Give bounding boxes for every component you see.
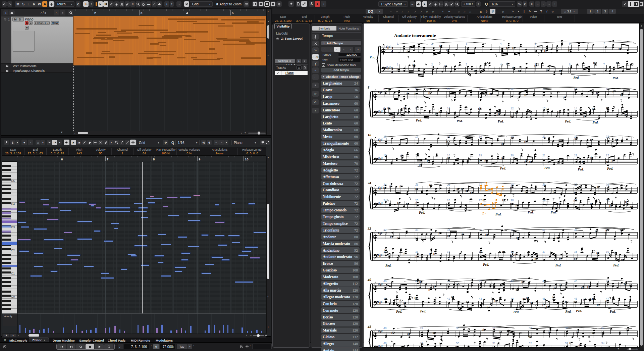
svg-text:38: 38 [574,228,578,232]
svg-text:19: 19 [479,154,482,157]
svg-text:♯: ♯ [487,306,488,309]
svg-text:3: 3 [466,42,467,45]
svg-text:2: 2 [431,63,433,66]
svg-text:♯: ♯ [587,285,589,288]
svg-text:Ped.: Ped. [500,166,506,170]
svg-text:27: 27 [479,199,482,202]
svg-text:♯: ♯ [427,159,429,162]
svg-text:Ped.: Ped. [566,310,572,313]
svg-text:12: 12 [511,107,514,110]
svg-text:♯: ♯ [554,206,556,210]
svg-text:♯: ♯ [381,330,382,333]
svg-text:21: 21 [542,154,546,157]
svg-text:25: 25 [415,183,419,186]
svg-text:♯: ♯ [529,160,531,163]
svg-text:Ped.: Ped. [498,119,504,123]
svg-text:♯: ♯ [559,257,561,260]
svg-text:♯: ♯ [529,335,530,339]
svg-text:♯: ♯ [568,48,570,51]
svg-text:♯: ♯ [485,233,487,237]
svg-text:46: 46 [574,280,578,283]
svg-text:22: 22 [574,154,578,157]
svg-text:♯: ♯ [381,90,382,94]
svg-text:19: 19 [479,135,482,138]
svg-text:♯: ♯ [518,69,520,72]
svg-text:26: 26 [447,199,450,202]
svg-text:♯: ♯ [581,286,583,290]
svg-text:♯: ♯ [381,253,382,256]
svg-text:Ped.: Ped. [610,310,616,313]
svg-text:42: 42 [447,297,450,300]
svg-text:♯: ♯ [381,202,382,205]
svg-text:♯: ♯ [574,257,576,260]
svg-text:♯: ♯ [524,160,526,163]
svg-text:Ped.: Ped. [514,310,520,314]
svg-text:4: 4 [500,63,502,66]
svg-text:Ped.: Ped. [385,264,391,267]
svg-text:Ped.: Ped. [483,263,489,266]
svg-text:Ped.: Ped. [573,76,579,80]
svg-text:♯: ♯ [563,96,565,99]
svg-text:♯: ♯ [511,115,512,119]
svg-text:♯: ♯ [525,191,526,194]
svg-text:Ped.: Ped. [551,210,557,214]
svg-text:49: 49 [420,327,423,330]
svg-text:28: 28 [511,199,514,202]
svg-text:36: 36 [511,228,514,232]
svg-text:23: 23 [606,154,609,157]
svg-text:52: 52 [529,327,532,330]
svg-text:♯: ♯ [553,287,555,290]
svg-text:Ped.: Ped. [565,119,571,123]
svg-text:♯: ♯ [511,234,512,237]
svg-text:17: 17 [415,135,419,138]
svg-text:Ped.: Ped. [613,263,619,267]
svg-text:37: 37 [542,228,546,232]
svg-text:♯: ♯ [389,45,390,48]
svg-text:54: 54 [601,342,605,345]
svg-text:♯: ♯ [381,300,382,303]
svg-text:♯: ♯ [524,140,526,143]
svg-text:♯: ♯ [489,92,491,96]
svg-text:50: 50 [456,342,460,345]
svg-text:48: 48 [367,325,371,329]
svg-text:♯: ♯ [381,110,382,113]
svg-text:4: 4 [391,70,393,74]
svg-text:♯: ♯ [574,191,576,194]
svg-text:Ped.: Ped. [544,166,550,170]
svg-text:46: 46 [574,297,578,300]
svg-text:♯: ♯ [419,163,421,166]
svg-text:Ped.: Ped. [592,120,598,124]
svg-text:♯: ♯ [516,204,517,207]
svg-text:20: 20 [511,154,514,157]
svg-text:♯: ♯ [525,93,526,96]
svg-text:♯: ♯ [381,231,382,235]
svg-text:Ped.: Ped. [528,210,534,214]
svg-text:♯: ♯ [421,206,422,210]
svg-text:♯: ♯ [435,112,436,115]
svg-text:1: 1 [397,63,398,66]
svg-text:7: 7 [603,42,605,45]
svg-text:3: 3 [466,63,467,66]
svg-text:8: 8 [368,86,370,89]
svg-text:43: 43 [479,297,482,300]
svg-text:34: 34 [447,250,450,253]
svg-text:♯: ♯ [516,288,517,292]
svg-text:2: 2 [431,42,433,45]
svg-text:5: 5 [534,42,536,45]
svg-text:Ped.: Ped. [420,309,426,313]
svg-text:31: 31 [606,183,609,186]
svg-text:♯: ♯ [582,160,583,163]
svg-text:Ped.: Ped. [576,309,582,313]
svg-text:♯: ♯ [381,283,382,286]
svg-text:45: 45 [542,297,546,300]
svg-text:♯: ♯ [381,138,382,141]
svg-text:24: 24 [367,181,371,185]
svg-text:♯: ♯ [479,237,480,240]
svg-text:Ped.: Ped. [612,76,619,80]
svg-text:Ped.: Ped. [457,119,463,123]
svg-text:♯: ♯ [429,288,430,291]
svg-text:53: 53 [565,327,568,330]
svg-text:6: 6 [569,63,571,66]
svg-text:33: 33 [415,228,419,232]
svg-text:♯: ♯ [624,113,626,117]
